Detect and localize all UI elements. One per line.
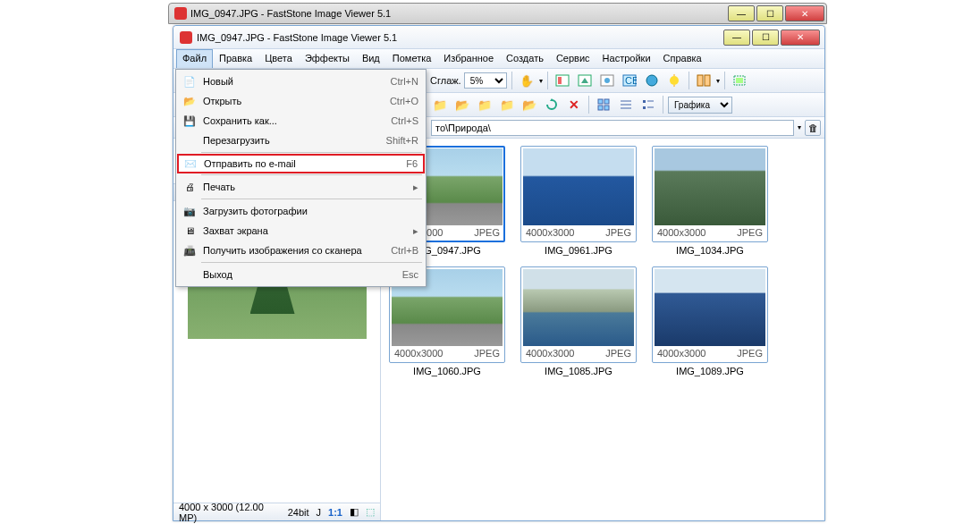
tool-button-5[interactable] bbox=[642, 71, 662, 90]
menu-файл[interactable]: Файл bbox=[176, 49, 213, 68]
thumbnail-image[interactable] bbox=[523, 148, 634, 225]
thumbnail[interactable]: 4000x3000JPEGIMG_1085.JPG bbox=[520, 266, 638, 376]
delete-button[interactable]: ✕ bbox=[564, 95, 584, 114]
thumb-dim: 4000x3000 bbox=[526, 227, 574, 238]
status-format: J bbox=[317, 507, 322, 518]
svg-point-8 bbox=[670, 76, 679, 85]
thumb-dim: 4000x3000 bbox=[526, 348, 574, 359]
menu-item-shortcut: Ctrl+N bbox=[391, 76, 418, 87]
menu-item-открыть[interactable]: 📂ОткрытьCtrl+O bbox=[178, 91, 424, 111]
thumbnail[interactable]: 4000x3000JPEGIMG_0961.JPG bbox=[520, 146, 638, 256]
status-icon-1[interactable]: ◧ bbox=[350, 506, 359, 518]
view-details-button[interactable] bbox=[616, 95, 636, 114]
menu-справка[interactable]: Справка bbox=[657, 49, 708, 68]
svg-point-4 bbox=[604, 78, 610, 83]
bg-maximize-button[interactable]: ☐ bbox=[756, 5, 783, 21]
hand-tool-button[interactable]: ✋ bbox=[517, 71, 536, 90]
new-icon: 📄 bbox=[182, 74, 198, 89]
capture-icon: 🖥 bbox=[182, 224, 198, 238]
svg-rect-11 bbox=[697, 75, 703, 86]
menu-item-печать[interactable]: 🖨Печать▸ bbox=[178, 177, 424, 197]
menu-item-новый[interactable]: 📄НовыйCtrl+N bbox=[178, 72, 424, 91]
thumbnail-grid[interactable]: 4000x3000JPEGIMG_0947.JPG4000x3000JPEGIM… bbox=[381, 139, 824, 520]
tool-button-3[interactable] bbox=[597, 71, 617, 90]
thumbnail-image[interactable] bbox=[523, 269, 634, 346]
thumbnail[interactable]: 4000x3000JPEGIMG_1089.JPG bbox=[651, 266, 769, 376]
menu-item-захват-экрана[interactable]: 🖥Захват экрана▸ bbox=[178, 221, 424, 241]
svg-rect-24 bbox=[643, 106, 646, 109]
thumb-fmt: JPEG bbox=[474, 227, 500, 238]
menu-сервис[interactable]: Сервис bbox=[550, 49, 596, 68]
svg-point-7 bbox=[646, 75, 657, 86]
bg-minimize-button[interactable]: — bbox=[728, 5, 755, 21]
titlebar[interactable]: IMG_0947.JPG - FastStone Image Viewer 5.… bbox=[173, 26, 824, 49]
menu-item-shortcut: Shift+R bbox=[386, 135, 418, 146]
background-window-titlebar: IMG_0947.JPG - FastStone Image Viewer 5.… bbox=[168, 3, 827, 24]
menu-item-shortcut: Ctrl+S bbox=[391, 115, 418, 126]
folder-button-2[interactable]: 📂 bbox=[452, 95, 472, 114]
minimize-button[interactable]: — bbox=[723, 30, 750, 46]
main-window: IMG_0947.JPG - FastStone Image Viewer 5.… bbox=[173, 25, 825, 521]
status-dimensions: 4000 x 3000 (12.00 MP) bbox=[179, 502, 281, 523]
status-ratio[interactable]: 1:1 bbox=[328, 507, 342, 518]
folder-button-3[interactable]: 📁 bbox=[475, 95, 494, 114]
menu-item-получить-изображения-со-сканера[interactable]: 📠Получить изображения со сканераCtrl+B bbox=[178, 241, 424, 260]
menu-правка[interactable]: Правка bbox=[213, 49, 258, 68]
view-icons-button[interactable] bbox=[594, 95, 613, 114]
thumbnail[interactable]: 4000x3000JPEGIMG_1034.JPG bbox=[651, 146, 769, 256]
menu-item-label: Выход bbox=[203, 269, 402, 280]
thumb-fmt: JPEG bbox=[605, 227, 631, 238]
submenu-arrow-icon: ▸ bbox=[413, 225, 418, 237]
view-list-button[interactable] bbox=[638, 95, 658, 114]
svg-rect-15 bbox=[598, 99, 603, 104]
svg-rect-16 bbox=[604, 99, 609, 104]
tool-button-7[interactable] bbox=[694, 71, 714, 90]
menu-item-label: Отправить по e-mail bbox=[204, 158, 406, 169]
menu-item-label: Новый bbox=[203, 76, 391, 87]
svg-rect-22 bbox=[643, 100, 646, 103]
folder-button-4[interactable]: 📁 bbox=[497, 95, 517, 114]
trash-button[interactable]: 🗑 bbox=[805, 120, 821, 136]
tool-button-6[interactable] bbox=[664, 71, 684, 90]
thumbnail-image[interactable] bbox=[655, 269, 765, 346]
thumbnail-name: IMG_1085.JPG bbox=[545, 366, 612, 376]
menu-item-выход[interactable]: ВыходEsc bbox=[178, 265, 424, 284]
refresh-button[interactable] bbox=[542, 95, 562, 114]
menu-item-label: Сохранить как... bbox=[203, 115, 391, 126]
menu-пометка[interactable]: Пометка bbox=[386, 49, 438, 68]
svg-rect-18 bbox=[604, 106, 609, 110]
menu-item-перезагрузить[interactable]: ПерезагрузитьShift+R bbox=[178, 131, 424, 150]
thumbnail-name: IMG_1089.JPG bbox=[676, 366, 744, 376]
menu-item-загрузить-фотографии[interactable]: 📷Загрузить фотографии bbox=[178, 201, 424, 221]
zoom-select[interactable]: 5% bbox=[464, 72, 507, 89]
folder-button-5[interactable]: 📂 bbox=[520, 95, 539, 114]
tool-button-4[interactable]: CB bbox=[620, 71, 639, 90]
menu-создать[interactable]: Создать bbox=[500, 49, 550, 68]
menu-item-label: Загрузить фотографии bbox=[203, 206, 418, 216]
menu-вид[interactable]: Вид bbox=[356, 49, 386, 68]
menu-item-label: Захват экрана bbox=[203, 225, 413, 236]
menu-настройки[interactable]: Настройки bbox=[596, 49, 657, 68]
menu-эффекты[interactable]: Эффекты bbox=[299, 49, 356, 68]
menu-item-отправить-по-e-mail[interactable]: ✉️Отправить по e-mailF6 bbox=[177, 154, 425, 173]
tool-button-2[interactable] bbox=[575, 71, 595, 90]
tool-button-8[interactable] bbox=[730, 71, 749, 90]
close-button[interactable]: ✕ bbox=[781, 30, 820, 46]
filter-select[interactable]: Графика bbox=[668, 97, 732, 114]
svg-rect-12 bbox=[705, 75, 710, 86]
menu-item-сохранить-как-[interactable]: 💾Сохранить как...Ctrl+S bbox=[178, 111, 424, 131]
thumb-dim: 4000x3000 bbox=[657, 348, 705, 359]
menu-item-label: Получить изображения со сканера bbox=[203, 245, 391, 256]
app-icon bbox=[174, 7, 187, 20]
path-input[interactable] bbox=[431, 120, 794, 136]
status-icon-2[interactable]: ⬚ bbox=[366, 506, 375, 518]
folder-button-1[interactable]: 📁 bbox=[430, 95, 450, 114]
tool-button-1[interactable] bbox=[553, 71, 572, 90]
menu-цвета[interactable]: Цвета bbox=[258, 49, 299, 68]
thumbnail-image[interactable] bbox=[655, 148, 765, 225]
menu-избранное[interactable]: Избранное bbox=[437, 49, 500, 68]
thumbnail-name: IMG_1034.JPG bbox=[676, 245, 744, 256]
bg-close-button[interactable]: ✕ bbox=[785, 5, 824, 21]
svg-rect-14 bbox=[736, 78, 743, 83]
maximize-button[interactable]: ☐ bbox=[752, 30, 779, 46]
